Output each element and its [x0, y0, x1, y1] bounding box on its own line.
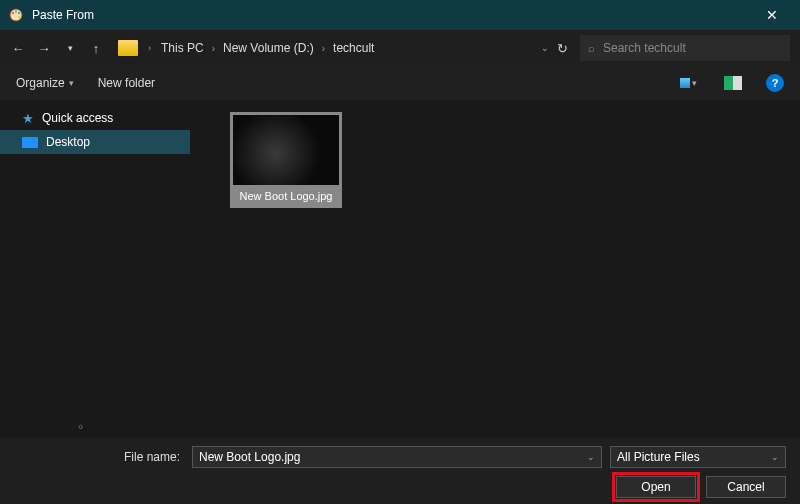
window-title: Paste From: [32, 8, 752, 22]
back-button[interactable]: ←: [6, 36, 30, 60]
svg-point-2: [15, 11, 17, 13]
file-thumbnail: [233, 115, 339, 185]
star-icon: ★: [22, 111, 34, 126]
folder-icon: [118, 40, 138, 56]
organize-menu[interactable]: Organize ▾: [16, 76, 74, 90]
titlebar: Paste From ✕: [0, 0, 800, 30]
chevron-right-icon: ›: [144, 43, 155, 53]
chevron-down-icon[interactable]: ⌄: [771, 452, 779, 462]
app-icon: [8, 7, 24, 23]
chevron-down-icon[interactable]: ⌄: [587, 452, 595, 462]
crumb-root[interactable]: This PC: [161, 41, 204, 55]
search-placeholder: Search techcult: [603, 41, 686, 55]
desktop-icon: [22, 137, 38, 148]
dialog-footer: File name: New Boot Logo.jpg ⌄ All Pictu…: [0, 438, 800, 504]
crumb-drive[interactable]: New Volume (D:): [223, 41, 314, 55]
cancel-button[interactable]: Cancel: [706, 476, 786, 498]
chevron-right-icon: ›: [318, 43, 329, 54]
sidebar-desktop[interactable]: Desktop: [0, 130, 190, 154]
search-icon: ⌕: [588, 42, 595, 54]
search-input[interactable]: ⌕ Search techcult: [580, 35, 790, 61]
nav-toolbar: ← → ▾ ↑ › This PC › New Volume (D:) › te…: [0, 30, 800, 66]
file-type-filter[interactable]: All Picture Files ⌄: [610, 446, 786, 468]
address-dropdown[interactable]: ⌄: [541, 43, 549, 53]
view-options[interactable]: ▾: [680, 75, 700, 91]
crumb-folder[interactable]: techcult: [333, 41, 374, 55]
filename-input[interactable]: New Boot Logo.jpg ⌄: [192, 446, 602, 468]
refresh-button[interactable]: ↻: [557, 41, 568, 56]
filename-label: File name:: [14, 450, 184, 464]
chevron-right-icon: ›: [208, 43, 219, 54]
file-label: New Boot Logo.jpg: [238, 185, 335, 205]
sidebar: ★ Quick access Desktop ‹ ›: [0, 100, 190, 438]
sidebar-quick-access[interactable]: ★ Quick access: [0, 106, 190, 130]
svg-point-4: [18, 16, 20, 18]
forward-button[interactable]: →: [32, 36, 56, 60]
close-button[interactable]: ✕: [752, 0, 792, 30]
help-button[interactable]: ?: [766, 74, 784, 92]
up-button[interactable]: ↑: [84, 36, 108, 60]
preview-pane-button[interactable]: [724, 76, 742, 90]
recent-dropdown[interactable]: ▾: [58, 36, 82, 60]
open-button[interactable]: Open: [616, 476, 696, 498]
command-toolbar: Organize ▾ New folder ▾ ?: [0, 66, 800, 100]
file-list[interactable]: New Boot Logo.jpg: [190, 100, 800, 438]
svg-point-1: [12, 12, 14, 14]
svg-point-3: [18, 12, 20, 14]
resize-handle[interactable]: ‹ ›: [78, 421, 81, 432]
file-item[interactable]: New Boot Logo.jpg: [230, 112, 342, 208]
new-folder-button[interactable]: New folder: [98, 76, 155, 90]
breadcrumb[interactable]: This PC › New Volume (D:) › techcult: [157, 41, 529, 55]
chevron-down-icon: ▾: [69, 78, 74, 88]
